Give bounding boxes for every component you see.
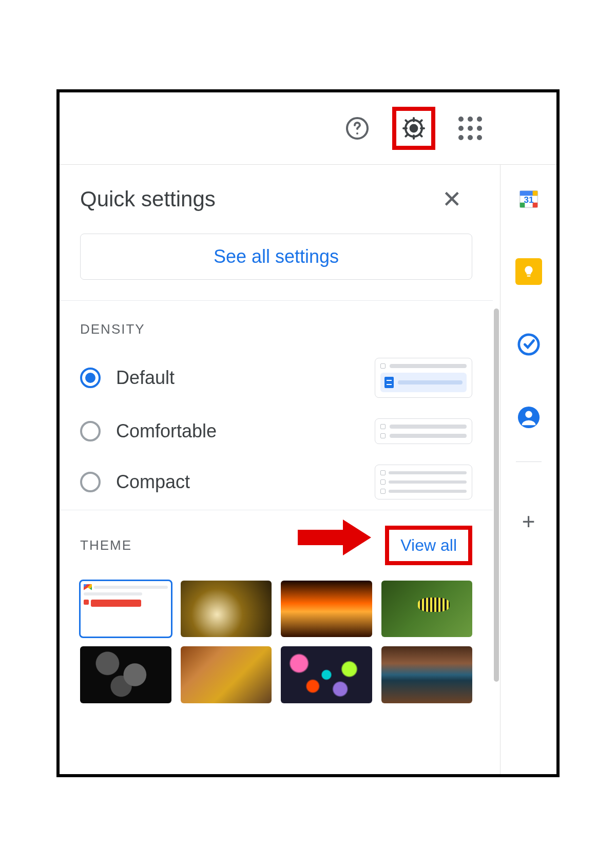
- calendar-icon[interactable]: 31: [515, 185, 542, 212]
- side-panel: 31 +: [500, 165, 556, 774]
- theme-tile-leaves[interactable]: [181, 646, 272, 703]
- header-bar: [60, 92, 556, 164]
- density-section-label: DENSITY: [60, 301, 493, 348]
- density-option-comfortable[interactable]: Comfortable: [60, 408, 493, 454]
- svg-point-1: [356, 132, 358, 134]
- app-frame: Quick settings ✕ See all settings DENSIT…: [56, 89, 560, 777]
- body-row: Quick settings ✕ See all settings DENSIT…: [60, 165, 556, 774]
- density-preview-default: [375, 358, 472, 398]
- contacts-icon[interactable]: [515, 404, 542, 431]
- keep-icon[interactable]: [515, 258, 542, 285]
- tasks-icon[interactable]: [515, 331, 542, 358]
- quick-settings-title: Quick settings: [80, 187, 216, 211]
- apps-grid-icon[interactable]: [456, 114, 485, 143]
- theme-tile-horseshoe[interactable]: [381, 646, 473, 703]
- density-label: Default: [116, 367, 359, 389]
- theme-grid: [60, 575, 493, 704]
- svg-point-8: [525, 411, 532, 417]
- density-preview-compact: [375, 465, 472, 499]
- theme-section-header: THEME View all: [60, 510, 493, 575]
- annotation-arrow-icon: [298, 519, 375, 555]
- help-icon[interactable]: [343, 114, 372, 143]
- settings-icon-highlight: [392, 107, 435, 150]
- side-divider: [516, 461, 542, 462]
- radio-selected-icon[interactable]: [80, 368, 101, 388]
- svg-text:31: 31: [524, 194, 534, 204]
- theme-tile-default[interactable]: [80, 581, 171, 638]
- gear-icon[interactable]: [399, 114, 428, 143]
- density-option-default[interactable]: Default: [60, 348, 493, 408]
- svg-point-2: [411, 125, 417, 131]
- density-option-compact[interactable]: Compact: [60, 454, 493, 510]
- theme-section-label: THEME: [80, 537, 132, 553]
- density-preview-comfortable: [375, 418, 472, 444]
- theme-tile-bokeh[interactable]: [281, 646, 372, 703]
- close-icon[interactable]: ✕: [442, 185, 472, 213]
- density-label: Comfortable: [116, 420, 359, 442]
- radio-unselected-icon[interactable]: [80, 472, 101, 492]
- theme-tile-green[interactable]: [381, 581, 473, 638]
- quick-settings-panel: Quick settings ✕ See all settings DENSIT…: [60, 165, 493, 774]
- density-label: Compact: [116, 471, 359, 493]
- theme-tile-bubbles[interactable]: [80, 646, 171, 703]
- add-addon-button[interactable]: +: [515, 508, 542, 535]
- quick-settings-header: Quick settings ✕: [60, 165, 493, 223]
- see-all-settings-button[interactable]: See all settings: [80, 234, 472, 280]
- theme-tile-canyon[interactable]: [281, 581, 372, 638]
- theme-tile-chess[interactable]: [181, 581, 272, 638]
- radio-unselected-icon[interactable]: [80, 421, 101, 441]
- theme-view-all-link[interactable]: View all: [385, 526, 472, 565]
- panel-scrollbar[interactable]: [493, 165, 500, 774]
